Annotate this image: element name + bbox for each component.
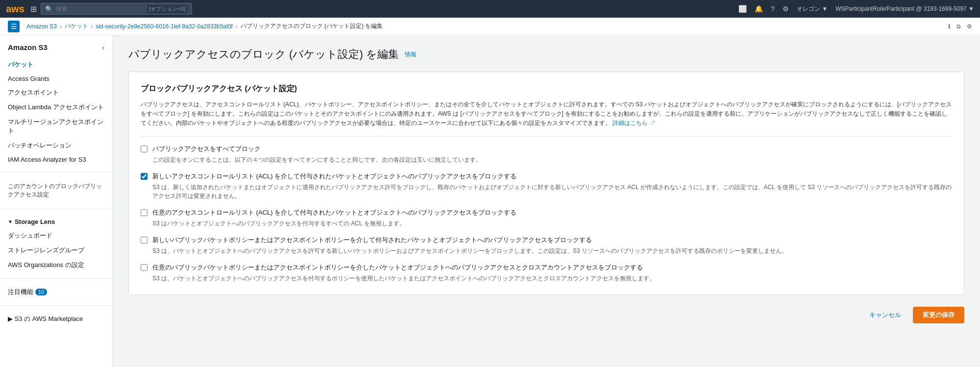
sidebar-divider-3: [0, 278, 112, 279]
checkbox-new-policy-label: 新しいパブリックバケットポリシーまたはアクセスポイントポリシーを介して付与された…: [152, 236, 787, 245]
sidebar-item-marketplace[interactable]: ▶ S3 の AWS Marketplace: [0, 312, 112, 326]
checkbox-any-policy[interactable]: [141, 264, 147, 271]
checkbox-item-any-policy: 任意のパブリックバケットポリシーまたはアクセスポイントポリシーを介したバケットと…: [141, 263, 952, 283]
breadcrumb-right-icons: ℹ ⧉ ⚙: [948, 23, 972, 30]
sidebar-block-access[interactable]: このアカウントのブロックパブリックアクセス設定: [0, 178, 112, 203]
grid-icon[interactable]: ⊞: [30, 4, 37, 14]
help-icon[interactable]: ?: [771, 5, 775, 13]
sidebar-divider-4: [0, 305, 112, 306]
main-content: パブリックアクセスのブロック (バケット設定) を編集 情報 ブロックパブリック…: [113, 35, 980, 367]
sidebar-title: Amazon S3: [8, 43, 48, 51]
info-icon[interactable]: ℹ: [948, 23, 951, 30]
sidebar-storage-lens-header[interactable]: ▼ Storage Lens: [0, 215, 112, 228]
sidebar-marketplace-nav: ▶ S3 の AWS Marketplace: [0, 312, 112, 326]
checkbox-new-acl-desc: S3 は、新しく追加されたバケットまたはオブジェクトに適用されたパブリックアクセ…: [152, 183, 952, 200]
region-selector[interactable]: オレゴン ▼: [797, 5, 828, 13]
sidebar-item-aws-orgs[interactable]: AWS Organizations の設定: [0, 258, 112, 272]
card-title: ブロックパブリックアクセス (バケット設定): [141, 84, 952, 94]
sidebar-item-multi-region[interactable]: マルチリージョンアクセスポイント: [0, 115, 112, 138]
checkbox-any-acl-desc: S3 はバケットとオブジェクトへのパブリックアクセスを付与するすべての ACL …: [152, 219, 516, 228]
checkbox-block-all-desc: この設定をオンにすることは、以下の４つの設定をすべてオンにすることと同じです。次…: [152, 155, 482, 164]
feature-label: 注目機能: [8, 288, 33, 296]
sidebar-nav: バケット Access Grants アクセスポイント Object Lambd…: [0, 57, 112, 166]
checkbox-new-acl-label: 新しいアクセスコントロールリスト (ACL) を介して付与されたバケットとオブジ…: [152, 172, 952, 181]
checkbox-new-policy-content: 新しいパブリックバケットポリシーまたはアクセスポイントポリシーを介して付与された…: [152, 236, 787, 255]
marketplace-label: S3 の AWS Marketplace: [15, 315, 83, 322]
sidebar: Amazon S3 ‹ バケット Access Grants アクセスポイント …: [0, 35, 113, 367]
sidebar-item-access-grants[interactable]: Access Grants: [0, 72, 112, 85]
divider: [141, 136, 952, 137]
settings-icon2[interactable]: ⚙: [967, 23, 972, 30]
checkbox-new-acl-content: 新しいアクセスコントロールリスト (ACL) を介して付与されたバケットとオブジ…: [152, 172, 952, 200]
search-bar[interactable]: 🔍 [オプション+S]: [41, 3, 192, 15]
arrow-down-icon: ▶: [8, 315, 13, 322]
main-layout: Amazon S3 ‹ バケット Access Grants アクセスポイント …: [0, 35, 980, 367]
bell-icon[interactable]: 🔔: [755, 5, 763, 13]
content-card: ブロックパブリックアクセス (バケット設定) パブリックアクセスは、アクセスコン…: [128, 72, 964, 295]
checkbox-new-policy[interactable]: [141, 237, 147, 244]
page-header: パブリックアクセスのブロック (バケット設定) を編集 情報: [128, 47, 964, 62]
search-icon: 🔍: [45, 5, 53, 13]
sidebar-storage-lens-nav: ダッシュボード ストレージレンズグループ AWS Organizations の…: [0, 228, 112, 272]
breadcrumb-level2[interactable]: sid-security-2e9e2560-6016-1lef-9a32-0a2…: [96, 23, 233, 30]
sidebar-item-batch[interactable]: バッチオペレーション: [0, 138, 112, 153]
checkbox-new-policy-desc: S3 は、バケットとオブジェクトへのパブリックアクセスを許可する新しいバケットポ…: [152, 246, 787, 255]
checkbox-block-all-label: パブリックアクセスをすべてブロック: [152, 145, 482, 153]
feature-badge: 10: [35, 289, 47, 295]
checkbox-item-block-all: パブリックアクセスをすべてブロック この設定をオンにすることは、以下の４つの設定…: [141, 145, 952, 164]
checkbox-item-new-policy: 新しいパブリックバケットポリシーまたはアクセスポイントポリシーを介して付与された…: [141, 236, 952, 255]
breadcrumb-sep-3: ›: [236, 24, 238, 29]
account-selector[interactable]: WSParticipantRole/Participant @ 3193-168…: [835, 5, 974, 12]
checkbox-item-any-acl: 任意のアクセスコントロールリスト (ACL) を介して付与されたバケットとオブジ…: [141, 208, 952, 228]
page-title: パブリックアクセスのブロック (バケット設定) を編集: [128, 47, 399, 62]
sidebar-header: Amazon S3 ‹: [0, 43, 112, 57]
footer-actions: キャンセル 変更の保存: [128, 307, 964, 323]
sidebar-item-object-lambda[interactable]: Object Lambda アクセスポイント: [0, 100, 112, 115]
breadcrumb-sep-2: ›: [91, 24, 93, 29]
terminal-icon[interactable]: ⬜: [738, 5, 747, 13]
sidebar-item-dashboard[interactable]: ダッシュボード: [0, 228, 112, 243]
nav-right: ⬜ 🔔 ? ⚙ オレゴン ▼ WSParticipantRole/Partici…: [738, 5, 974, 13]
card-desc: パブリックアクセスは、アクセスコントロールリスト (ACL)、バケットポリシー、…: [141, 100, 952, 128]
aws-logo: aws: [6, 3, 24, 15]
cancel-button[interactable]: キャンセル: [863, 308, 907, 322]
breadcrumb-bar: ☰ Amazon S3 › バケット › sid-security-2e9e25…: [0, 18, 980, 35]
detail-link[interactable]: 詳細はこちら ↗: [612, 120, 655, 126]
search-shortcut: [オプション+S]: [147, 5, 188, 13]
top-navigation: aws ⊞ 🔍 [オプション+S] ⬜ 🔔 ? ⚙ オレゴン ▼ WSParti…: [0, 0, 980, 18]
storage-lens-label: Storage Lens: [15, 218, 55, 225]
sidebar-item-lens-groups[interactable]: ストレージレンズグループ: [0, 243, 112, 258]
breadcrumb-level1[interactable]: バケット: [65, 22, 88, 30]
checkbox-new-acl[interactable]: [141, 173, 147, 180]
card-desc-text: パブリックアクセスは、アクセスコントロールリスト (ACL)、バケットポリシー、…: [141, 101, 952, 126]
checkbox-block-all[interactable]: [141, 146, 147, 152]
checkbox-item-new-acl: 新しいアクセスコントロールリスト (ACL) を介して付与されたバケットとオブジ…: [141, 172, 952, 200]
sidebar-divider-2: [0, 209, 112, 209]
info-link[interactable]: 情報: [405, 50, 416, 59]
arrow-icon: ▼: [8, 219, 13, 224]
save-button[interactable]: 変更の保存: [913, 307, 964, 323]
menu-button[interactable]: ☰: [8, 21, 20, 32]
checkbox-any-policy-label: 任意のパブリックバケットポリシーまたはアクセスポイントポリシーを介したバケットと…: [152, 263, 655, 272]
checkbox-any-acl[interactable]: [141, 209, 147, 216]
breadcrumb-sep-1: ›: [60, 24, 62, 29]
settings-icon[interactable]: ⚙: [783, 5, 789, 13]
checkbox-any-acl-label: 任意のアクセスコントロールリスト (ACL) を介して付与されたバケットとオブジ…: [152, 208, 516, 217]
sidebar-item-feature[interactable]: 注目機能 10: [0, 285, 112, 299]
breadcrumb-home[interactable]: Amazon S3: [26, 23, 57, 30]
sidebar-item-bucket[interactable]: バケット: [0, 57, 112, 72]
checkbox-group: パブリックアクセスをすべてブロック この設定をオンにすることは、以下の４つの設定…: [141, 145, 952, 283]
checkbox-any-acl-content: 任意のアクセスコントロールリスト (ACL) を介して付与されたバケットとオブジ…: [152, 208, 516, 228]
search-input[interactable]: [56, 5, 144, 12]
sidebar-item-iam-analyzer[interactable]: IAM Access Analyzer for S3: [0, 153, 112, 166]
checkbox-any-policy-content: 任意のパブリックバケットポリシーまたはアクセスポイントポリシーを介したバケットと…: [152, 263, 655, 283]
sidebar-item-access-points[interactable]: アクセスポイント: [0, 85, 112, 100]
copy-icon[interactable]: ⧉: [956, 23, 961, 30]
checkbox-any-policy-desc: S3 は、バケットとオブジェクトへのパブリックアクセスを付与するポリシーを使用し…: [152, 274, 655, 283]
sidebar-divider-1: [0, 172, 112, 172]
sidebar-feature-nav: 注目機能 10: [0, 285, 112, 299]
sidebar-collapse-button[interactable]: ‹: [102, 44, 104, 51]
checkbox-block-all-content: パブリックアクセスをすべてブロック この設定をオンにすることは、以下の４つの設定…: [152, 145, 482, 164]
breadcrumb-current: パブリックアクセスのブロック (バケット設定) を編集: [241, 22, 383, 30]
